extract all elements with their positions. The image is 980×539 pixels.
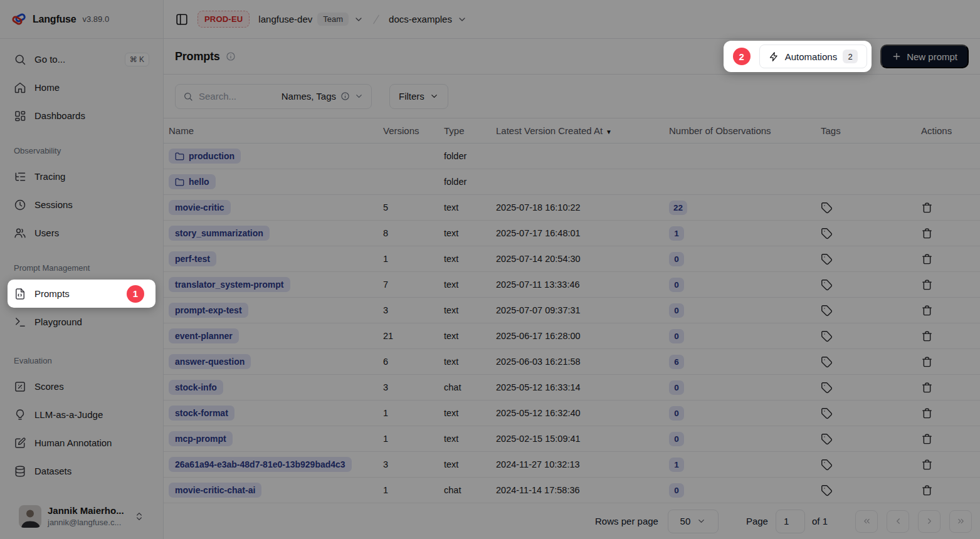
prompt-name-badge[interactable]: movie-critic-chat-ai xyxy=(169,483,261,498)
tag-icon[interactable] xyxy=(821,330,833,342)
tag-icon[interactable] xyxy=(821,279,833,291)
previous-page-button[interactable] xyxy=(887,510,909,533)
chevron-down-icon[interactable] xyxy=(457,14,467,24)
tag-icon[interactable] xyxy=(821,433,833,445)
trash-icon[interactable] xyxy=(921,202,933,214)
observations-count-badge[interactable]: 0 xyxy=(669,278,684,292)
user-menu[interactable]: Jannik Maierho... jannik@langfuse.c... xyxy=(15,501,148,531)
observations-count-badge[interactable]: 0 xyxy=(669,252,684,266)
observations-count-badge[interactable]: 0 xyxy=(669,329,684,343)
tag-icon[interactable] xyxy=(821,356,833,368)
sidebar-item-playground[interactable]: Playground xyxy=(8,308,155,336)
prompt-name-badge[interactable]: mcp-prompt xyxy=(169,431,233,446)
sidebar-item-human-annotation[interactable]: Human Annotation xyxy=(8,429,155,457)
prompt-name-badge[interactable]: hello xyxy=(169,174,216,189)
org-name[interactable]: langfuse-dev xyxy=(258,14,312,24)
trash-icon[interactable] xyxy=(921,459,933,471)
prompt-name-badge[interactable]: movie-critic xyxy=(169,200,231,215)
prompt-name-badge[interactable]: prompt-exp-test xyxy=(169,303,248,318)
table-row[interactable]: 26a61a94-e3ab-48d7-81e0-13b929bad4c3 3 t… xyxy=(164,452,980,478)
table-row[interactable]: mcp-prompt 1 text 2025-02-15 15:09:41 0 xyxy=(164,426,980,452)
prompt-name-badge[interactable]: translator_system-prompt xyxy=(169,277,290,292)
panel-left-toggle-icon[interactable] xyxy=(175,13,189,26)
next-page-button[interactable] xyxy=(918,510,940,533)
trash-icon[interactable] xyxy=(921,356,933,368)
table-row[interactable]: stock-format 1 text 2025-05-12 16:32:40 … xyxy=(164,400,980,426)
tag-icon[interactable] xyxy=(821,407,833,419)
search-scope-dropdown[interactable]: Names, Tags xyxy=(282,91,364,102)
tag-icon[interactable] xyxy=(821,459,833,471)
sidebar-item-tracing[interactable]: Tracing xyxy=(8,162,155,191)
sidebar-item-home[interactable]: Home xyxy=(8,73,155,102)
table-row[interactable]: answer-question 6 text 2025-06-03 16:21:… xyxy=(164,349,980,375)
trash-icon[interactable] xyxy=(921,407,933,419)
tag-icon[interactable] xyxy=(821,382,833,394)
tag-icon[interactable] xyxy=(821,202,833,214)
observations-count-badge[interactable]: 0 xyxy=(669,483,684,498)
observations-count-badge[interactable]: 6 xyxy=(669,355,684,369)
table-row[interactable]: perf-test 1 text 2025-07-14 20:54:30 0 xyxy=(164,246,980,272)
prompt-name-badge[interactable]: stock-info xyxy=(169,380,223,395)
table-row[interactable]: event-planner 21 text 2025-06-17 16:28:0… xyxy=(164,323,980,349)
sidebar-item-scores[interactable]: Scores xyxy=(8,372,155,400)
project-name[interactable]: docs-examples xyxy=(389,14,452,24)
sidebar-item-dashboards[interactable]: Dashboards xyxy=(8,102,155,130)
tag-icon[interactable] xyxy=(821,228,833,239)
info-icon[interactable] xyxy=(226,51,236,61)
tag-icon[interactable] xyxy=(821,484,833,496)
trash-icon[interactable] xyxy=(921,305,933,317)
observations-count-badge[interactable]: 0 xyxy=(669,432,684,446)
prompt-name-badge[interactable]: production xyxy=(169,149,241,164)
sidebar-item-datasets[interactable]: Datasets xyxy=(8,457,155,485)
column-header-created[interactable]: Latest Version Created At▼ xyxy=(491,125,664,136)
new-prompt-button[interactable]: New prompt xyxy=(880,44,969,68)
automations-button[interactable]: Automations 2 xyxy=(759,44,867,68)
sidebar-item-goto[interactable]: Go to... ⌘ K xyxy=(8,45,155,73)
prompt-name-badge[interactable]: event-planner xyxy=(169,328,239,343)
column-header-name[interactable]: Name xyxy=(164,125,378,136)
table-row[interactable]: movie-critic 5 text 2025-07-18 16:10:22 … xyxy=(164,195,980,221)
prompt-name-badge[interactable]: 26a61a94-e3ab-48d7-81e0-13b929bad4c3 xyxy=(169,457,352,472)
sidebar-item-users[interactable]: Users xyxy=(8,219,155,247)
observations-count-badge[interactable]: 0 xyxy=(669,406,684,421)
filters-button[interactable]: Filters xyxy=(389,84,448,109)
sidebar-item-llm-judge[interactable]: LLM-as-a-Judge xyxy=(8,400,155,429)
sidebar-item-sessions[interactable]: Sessions xyxy=(8,191,155,219)
prompt-name-badge[interactable]: story_summarization xyxy=(169,226,270,241)
tag-icon[interactable] xyxy=(821,305,833,317)
table-row[interactable]: prompt-exp-test 3 text 2025-07-07 09:37:… xyxy=(164,298,980,323)
last-page-button[interactable] xyxy=(949,510,972,533)
table-row[interactable]: stock-info 3 chat 2025-05-12 16:33:14 0 xyxy=(164,375,980,400)
observations-count-badge[interactable]: 0 xyxy=(669,303,684,318)
table-row[interactable]: story_summarization 8 text 2025-07-17 16… xyxy=(164,221,980,246)
column-header-versions[interactable]: Versions xyxy=(378,125,439,136)
page-number-input[interactable] xyxy=(776,510,805,533)
observations-count-badge[interactable]: 1 xyxy=(669,458,684,472)
first-page-button[interactable] xyxy=(855,510,878,533)
table-row[interactable]: hello folder xyxy=(164,169,980,195)
sidebar-item-prompts[interactable]: Prompts 1 xyxy=(8,280,155,308)
table-row[interactable]: movie-critic-chat-ai 1 chat 2024-11-14 1… xyxy=(164,478,980,503)
trash-icon[interactable] xyxy=(921,433,933,445)
trash-icon[interactable] xyxy=(921,228,933,239)
search-input[interactable] xyxy=(199,91,256,102)
trash-icon[interactable] xyxy=(921,382,933,394)
prompt-name-badge[interactable]: perf-test xyxy=(169,251,216,266)
prompt-name-badge[interactable]: stock-format xyxy=(169,406,234,421)
prompt-name-badge[interactable]: answer-question xyxy=(169,354,251,369)
column-header-observations[interactable]: Number of Observations xyxy=(664,125,816,136)
trash-icon[interactable] xyxy=(921,253,933,265)
table-row[interactable]: translator_system-prompt 7 text 2025-07-… xyxy=(164,272,980,298)
environment-badge[interactable]: PROD-EU xyxy=(198,11,250,28)
column-header-tags[interactable]: Tags xyxy=(816,125,916,136)
observations-count-badge[interactable]: 0 xyxy=(669,380,684,395)
tag-icon[interactable] xyxy=(821,253,833,265)
trash-icon[interactable] xyxy=(921,484,933,496)
observations-count-badge[interactable]: 1 xyxy=(669,226,684,241)
observations-count-badge[interactable]: 22 xyxy=(669,201,687,215)
table-row[interactable]: production folder xyxy=(164,144,980,169)
trash-icon[interactable] xyxy=(921,279,933,291)
rows-per-page-select[interactable]: 50 xyxy=(668,510,719,533)
column-header-type[interactable]: Type xyxy=(439,125,491,136)
trash-icon[interactable] xyxy=(921,330,933,342)
